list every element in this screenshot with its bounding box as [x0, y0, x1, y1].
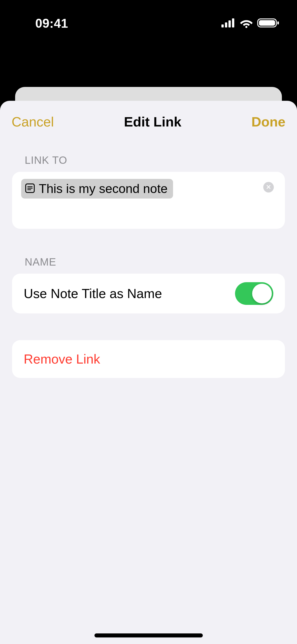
remove-link-section: Remove Link: [0, 340, 297, 378]
link-to-field[interactable]: This is my second note: [12, 172, 285, 229]
svg-rect-2: [228, 20, 231, 27]
clear-link-button[interactable]: [263, 182, 274, 192]
remove-link-row[interactable]: Remove Link: [12, 340, 285, 378]
screen: 09:41: [0, 0, 297, 644]
use-note-title-toggle[interactable]: [235, 282, 273, 305]
link-to-section: LINK TO This is my second note: [0, 154, 297, 229]
svg-rect-0: [221, 24, 224, 27]
status-time: 09:41: [35, 16, 68, 31]
sheet-title: Edit Link: [124, 114, 181, 130]
use-note-title-row: Use Note Title as Name: [12, 274, 285, 313]
link-to-group: This is my second note: [12, 172, 285, 229]
svg-point-4: [245, 26, 247, 28]
remove-link-group: Remove Link: [12, 340, 285, 378]
edit-link-sheet: Cancel Edit Link Done LINK TO: [0, 101, 297, 644]
done-button[interactable]: Done: [251, 114, 285, 130]
battery-icon: [257, 18, 279, 28]
close-icon: [266, 184, 271, 190]
svg-rect-1: [225, 22, 227, 27]
svg-rect-3: [232, 18, 234, 27]
toggle-knob: [252, 284, 272, 303]
status-bar: 09:41: [0, 0, 297, 44]
cancel-button[interactable]: Cancel: [12, 114, 54, 130]
remove-link-label: Remove Link: [24, 351, 100, 367]
name-section: NAME Use Note Title as Name: [0, 256, 297, 313]
status-icons: [221, 18, 279, 28]
link-to-header: LINK TO: [25, 154, 285, 166]
use-note-title-label: Use Note Title as Name: [24, 286, 162, 301]
wifi-icon: [240, 18, 253, 28]
svg-rect-7: [277, 21, 279, 24]
svg-rect-6: [259, 20, 275, 26]
home-indicator: [94, 633, 203, 637]
name-header: NAME: [25, 256, 285, 268]
sheet-header: Cancel Edit Link Done: [0, 101, 297, 130]
note-chip[interactable]: This is my second note: [21, 179, 173, 199]
note-icon: [25, 183, 35, 195]
cellular-signal-icon: [221, 18, 236, 27]
note-chip-label: This is my second note: [39, 181, 168, 196]
name-group: Use Note Title as Name: [12, 274, 285, 313]
